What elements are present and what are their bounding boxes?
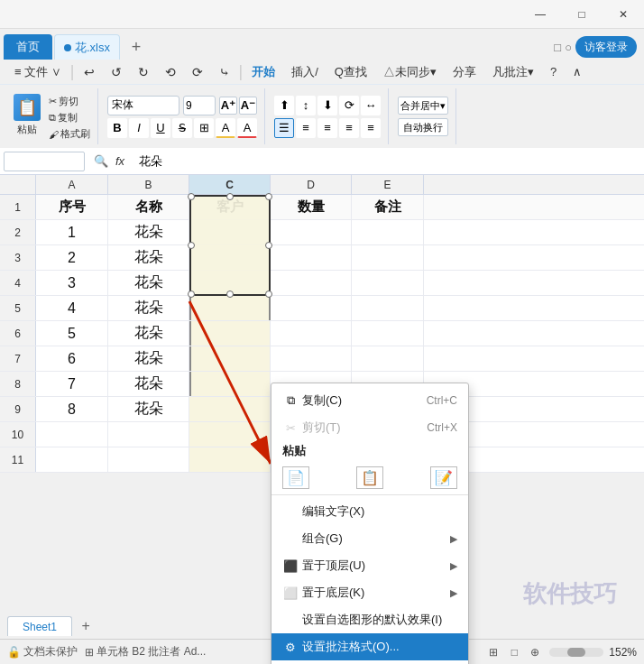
border-button[interactable]: ⊞ bbox=[194, 118, 214, 138]
cell-a10[interactable] bbox=[36, 422, 108, 447]
maximize-button[interactable]: □ bbox=[561, 0, 603, 29]
col-header-b[interactable]: B bbox=[108, 175, 189, 194]
italic-button[interactable]: I bbox=[129, 118, 149, 138]
autowrap-button[interactable]: 自动换行 bbox=[398, 118, 448, 136]
menu-help[interactable]: ? bbox=[543, 63, 564, 80]
cell-e6[interactable] bbox=[352, 321, 424, 346]
tab-file[interactable]: 花.xlsx bbox=[54, 34, 120, 60]
context-menu-item-sendback[interactable]: ⬜ 置于底层(K) ▶ bbox=[271, 579, 468, 606]
menu-insert[interactable]: 插入/ bbox=[284, 62, 326, 82]
cell-e1[interactable]: 备注 bbox=[352, 195, 424, 219]
col-header-d[interactable]: D bbox=[271, 175, 352, 194]
valign-bot-button[interactable]: ⬇ bbox=[317, 96, 337, 115]
menu-search[interactable]: Q查找 bbox=[327, 62, 374, 82]
menu-start[interactable]: 开始 bbox=[244, 62, 282, 82]
cell-d3[interactable] bbox=[271, 245, 352, 270]
halign-fill-button[interactable]: ≡ bbox=[361, 118, 381, 138]
cell-c8[interactable] bbox=[189, 372, 271, 396]
bold-button[interactable]: B bbox=[107, 118, 127, 138]
indent-button[interactable]: ↔ bbox=[361, 96, 381, 115]
cell-b11[interactable] bbox=[108, 447, 189, 472]
context-menu-item-defaultshape[interactable]: 设置自选图形的默认效果(I) bbox=[271, 606, 468, 633]
view-icon-grid[interactable]: ⊞ bbox=[484, 643, 502, 661]
fill-color-button[interactable]: A bbox=[216, 118, 235, 138]
cell-c1[interactable]: 客户 bbox=[189, 195, 271, 219]
cell-c7[interactable] bbox=[189, 346, 271, 371]
cell-a3[interactable]: 2 bbox=[36, 245, 108, 270]
cell-a9[interactable]: 8 bbox=[36, 397, 108, 421]
cell-d5[interactable] bbox=[271, 296, 352, 320]
cell-c2[interactable] bbox=[189, 220, 271, 244]
cell-b3[interactable]: 花朵 bbox=[108, 245, 189, 270]
cell-c10[interactable] bbox=[189, 422, 271, 447]
cell-e7[interactable] bbox=[352, 346, 424, 371]
halign-justify-button[interactable]: ≡ bbox=[339, 118, 359, 138]
cell-a5[interactable]: 4 bbox=[36, 296, 108, 320]
view-icon-normal[interactable]: □ bbox=[505, 643, 523, 661]
font-name-input[interactable] bbox=[107, 96, 179, 115]
cell-b7[interactable]: 花朵 bbox=[108, 346, 189, 371]
merge-button[interactable]: 合并居中▾ bbox=[398, 97, 448, 115]
menu-redo2-icon[interactable]: ⟲ bbox=[158, 63, 183, 81]
cell-b5[interactable]: 花朵 bbox=[108, 296, 189, 320]
text-angle-button[interactable]: ⟳ bbox=[339, 96, 359, 115]
cell-b4[interactable]: 花朵 bbox=[108, 271, 189, 295]
menu-share[interactable]: 分享 bbox=[446, 62, 483, 82]
name-box-input[interactable] bbox=[4, 152, 85, 171]
sheet-tab-sheet1[interactable]: Sheet1 bbox=[7, 616, 72, 636]
cell-c9[interactable] bbox=[189, 397, 271, 421]
halign-right-button[interactable]: ≡ bbox=[317, 118, 337, 138]
paste-opt-2[interactable]: 📋 bbox=[356, 466, 383, 489]
cell-d7[interactable] bbox=[271, 346, 352, 371]
cell-d6[interactable] bbox=[271, 321, 352, 346]
cell-d2[interactable] bbox=[271, 220, 352, 244]
tab-add-button[interactable]: + bbox=[124, 34, 149, 60]
halign-left-button[interactable]: ☰ bbox=[274, 118, 294, 138]
context-menu-item-bringfront[interactable]: ⬛ 置于顶层(U) ▶ bbox=[271, 552, 468, 579]
cell-c4[interactable] bbox=[189, 271, 271, 295]
font-increase-button[interactable]: A⁺ bbox=[219, 97, 237, 115]
valign-mid-button[interactable]: ↕ bbox=[296, 96, 316, 115]
menu-undo-icon[interactable]: ↩ bbox=[77, 63, 102, 81]
context-menu-item-copy[interactable]: ⧉ 复制(C) Ctrl+C bbox=[271, 387, 468, 414]
copy-button[interactable]: ⧉ 复制 bbox=[47, 110, 92, 125]
sheet-add-button[interactable]: + bbox=[76, 616, 96, 636]
col-header-e[interactable]: E bbox=[352, 175, 424, 194]
font-decrease-button[interactable]: A⁻ bbox=[239, 97, 257, 115]
context-menu-paste-options[interactable]: 📄 📋 📝 bbox=[271, 463, 468, 492]
cell-a7[interactable]: 6 bbox=[36, 346, 108, 371]
strikethrough-button[interactable]: S̶ bbox=[172, 118, 192, 138]
col-header-c[interactable]: C bbox=[189, 175, 271, 194]
menu-redo-icon[interactable]: ↻ bbox=[131, 63, 156, 81]
menu-comments[interactable]: 凡批注▾ bbox=[485, 62, 541, 82]
view-icon-page[interactable]: ⊕ bbox=[526, 643, 544, 661]
cell-e3[interactable] bbox=[352, 245, 424, 270]
col-header-a[interactable]: A bbox=[36, 175, 108, 194]
formula-input[interactable] bbox=[135, 152, 640, 171]
cell-b2[interactable]: 花朵 bbox=[108, 220, 189, 244]
menu-redo4-icon[interactable]: ⤷ bbox=[212, 63, 237, 81]
cell-d1[interactable]: 数量 bbox=[271, 195, 352, 219]
cell-b8[interactable]: 花朵 bbox=[108, 372, 189, 396]
cut-button[interactable]: ✂ 剪切 bbox=[47, 94, 92, 109]
menu-collapse[interactable]: ∧ bbox=[566, 63, 589, 80]
cell-e2[interactable] bbox=[352, 220, 424, 244]
cell-a4[interactable]: 3 bbox=[36, 271, 108, 295]
menu-undo2-icon[interactable]: ↺ bbox=[104, 63, 129, 81]
context-menu-item-batchformat[interactable]: ⚙ 设置批注格式(O)... bbox=[271, 633, 468, 660]
cell-b6[interactable]: 花朵 bbox=[108, 321, 189, 346]
menu-file[interactable]: ≡ 文件 ∨ bbox=[7, 62, 69, 82]
cell-d4[interactable] bbox=[271, 271, 352, 295]
cell-a11[interactable] bbox=[36, 447, 108, 472]
cell-c11[interactable] bbox=[189, 447, 271, 472]
context-menu-item-hyperlink[interactable]: 🔗 超链接(H)... Ctrl+K bbox=[271, 660, 468, 664]
menu-unsync[interactable]: △未同步▾ bbox=[376, 62, 444, 82]
cell-a6[interactable]: 5 bbox=[36, 321, 108, 346]
underline-button[interactable]: U bbox=[151, 118, 170, 138]
menu-redo3-icon[interactable]: ⟳ bbox=[185, 63, 210, 81]
paste-opt-1[interactable]: 📄 bbox=[282, 466, 309, 489]
format-brush-button[interactable]: 🖌 格式刷 bbox=[47, 126, 92, 142]
paste-button[interactable]: 📋 粘贴 bbox=[11, 90, 43, 136]
font-size-input[interactable] bbox=[183, 96, 216, 115]
cell-a2[interactable]: 1 bbox=[36, 220, 108, 244]
